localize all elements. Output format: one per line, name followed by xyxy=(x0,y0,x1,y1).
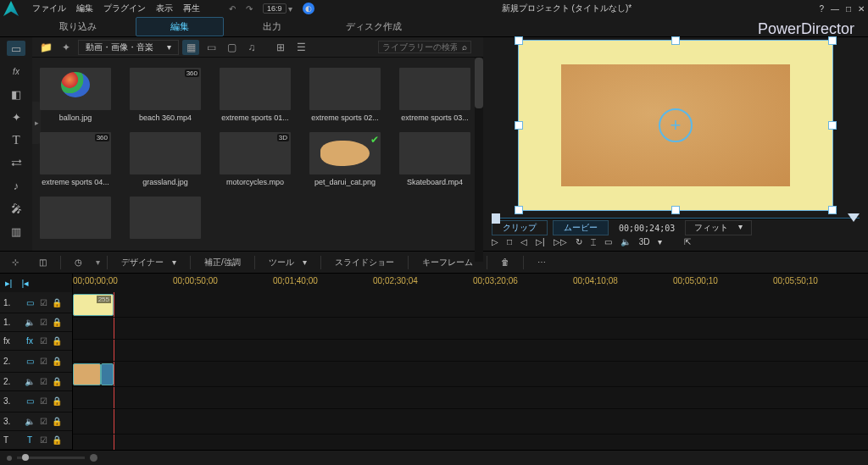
center-anchor-icon[interactable]: + xyxy=(659,108,693,142)
thumb-image[interactable] xyxy=(130,197,201,239)
filter-audio-icon[interactable]: ♫ xyxy=(243,40,260,55)
thumb-image[interactable] xyxy=(309,68,381,110)
resize-handle[interactable] xyxy=(828,206,837,214)
split-icon[interactable]: ⊹ xyxy=(5,256,25,268)
snapshot-icon[interactable]: ⌶ xyxy=(591,237,596,246)
view-grid-icon[interactable]: ⊞ xyxy=(272,40,289,55)
resize-handle[interactable] xyxy=(671,206,680,214)
track-header-fx[interactable]: fxfx☑🔒 xyxy=(0,332,72,351)
resize-handle[interactable] xyxy=(828,36,837,45)
maximize-icon[interactable]: □ xyxy=(846,4,851,14)
zoom-in-icon[interactable] xyxy=(90,454,97,462)
timeline-clip[interactable]: 255 xyxy=(73,294,114,316)
track-visible-icon[interactable]: ☑ xyxy=(37,396,49,406)
media-thumb[interactable] xyxy=(36,197,115,242)
track-area[interactable]: 255 xyxy=(73,292,868,450)
track-header-video[interactable]: 3.▭☑🔒 xyxy=(0,391,72,412)
track-lock-icon[interactable]: 🔒 xyxy=(51,396,63,406)
particle-room-icon[interactable]: ✦ xyxy=(7,109,25,125)
thumb-image[interactable]: 3D xyxy=(220,132,291,174)
minimize-icon[interactable]: — xyxy=(831,4,839,14)
seek-start-handle[interactable] xyxy=(492,213,500,224)
resize-handle[interactable] xyxy=(515,121,523,130)
thumb-image[interactable] xyxy=(40,68,111,110)
ruler-collapse-icon[interactable]: ▸| xyxy=(0,278,17,289)
preview-tab-movie[interactable]: ムービー xyxy=(553,220,609,235)
transition-room-icon[interactable]: ⮂ xyxy=(7,155,25,170)
timecode-display[interactable]: 00;00;24;03 xyxy=(614,223,680,234)
menu-plugin[interactable]: プラグイン xyxy=(103,3,146,14)
help-icon[interactable]: ? xyxy=(819,4,824,14)
media-thumb[interactable]: ballon.jpg xyxy=(36,68,115,122)
track-lock-icon[interactable]: 🔒 xyxy=(51,298,63,307)
fast-forward-icon[interactable]: ▷▷ xyxy=(554,237,567,246)
track-visible-icon[interactable]: ☑ xyxy=(37,357,49,366)
puzzle-icon[interactable]: ✦ xyxy=(58,40,75,55)
resize-handle[interactable] xyxy=(671,36,680,45)
media-filter-dropdown[interactable]: 動画・画像・音楽▾ xyxy=(78,40,179,55)
thumb-image[interactable]: 360 xyxy=(130,68,201,110)
track-lane[interactable] xyxy=(73,362,868,387)
media-thumb[interactable]: ✔pet_darui_cat.png xyxy=(305,132,385,186)
cloud-icon[interactable]: ◐ xyxy=(303,3,314,14)
more-icon[interactable]: ⋯ xyxy=(531,256,553,268)
search-icon[interactable]: ⌕ xyxy=(462,42,467,52)
zoom-slider[interactable] xyxy=(17,457,85,459)
resize-handle[interactable] xyxy=(828,121,837,130)
track-lane[interactable] xyxy=(73,435,868,450)
volume-icon[interactable]: 🔈 xyxy=(620,237,631,246)
import-media-icon[interactable]: 📁 xyxy=(37,40,54,55)
voice-room-icon[interactable]: 🎤︎ xyxy=(7,201,25,216)
audio-room-icon[interactable]: ♪ xyxy=(7,178,25,193)
title-room-icon[interactable]: T xyxy=(7,132,25,147)
menu-view[interactable]: 表示 xyxy=(156,3,173,14)
trash-icon[interactable]: 🗑 xyxy=(494,256,516,268)
media-thumb[interactable]: extreme sports 03... xyxy=(395,68,475,122)
track-visible-icon[interactable]: ☑ xyxy=(37,435,49,445)
tab-import[interactable]: 取り込み xyxy=(34,19,122,35)
track-header-audio[interactable]: 1.🔈☑🔒 xyxy=(0,313,72,332)
thumb-image[interactable]: 360 xyxy=(40,132,111,174)
3d-toggle[interactable]: 3D xyxy=(639,237,650,246)
track-visible-icon[interactable]: ☑ xyxy=(37,298,49,307)
media-thumb[interactable]: 3Dmotorcycles.mpo xyxy=(215,132,295,186)
track-lane[interactable] xyxy=(73,340,868,362)
tab-output[interactable]: 出力 xyxy=(237,19,307,35)
track-header-audio[interactable]: 3.🔈☑🔒 xyxy=(0,412,72,431)
media-thumb[interactable]: extreme sports 01... xyxy=(215,68,295,122)
prev-frame-icon[interactable]: ◁ xyxy=(520,237,527,246)
preview-canvas[interactable]: + xyxy=(519,41,832,210)
track-lock-icon[interactable]: 🔒 xyxy=(51,377,63,386)
track-visible-icon[interactable]: ☑ xyxy=(37,336,49,346)
track-header-audio[interactable]: 2.🔈☑🔒 xyxy=(0,373,72,391)
seek-end-handle[interactable] xyxy=(848,213,860,222)
filter-all-icon[interactable]: ▦ xyxy=(182,40,199,55)
zoom-fit-dropdown[interactable]: フィット▾ xyxy=(685,220,752,235)
aspect-ratio-dropdown[interactable]: 16:9 xyxy=(263,3,287,14)
undock-icon[interactable]: ⇱ xyxy=(684,237,691,246)
track-visible-icon[interactable]: ☑ xyxy=(37,417,49,426)
tab-disc[interactable]: ディスク作成 xyxy=(320,19,427,35)
thumb-image[interactable] xyxy=(220,68,291,110)
track-lock-icon[interactable]: 🔒 xyxy=(51,318,63,327)
zoom-out-icon[interactable] xyxy=(7,456,12,461)
track-visible-icon[interactable]: ☑ xyxy=(37,377,49,386)
render-preview-icon[interactable]: ▭ xyxy=(604,237,612,246)
library-search[interactable]: ⌕ xyxy=(378,41,471,53)
resize-handle[interactable] xyxy=(515,36,523,45)
track-lock-icon[interactable]: 🔒 xyxy=(51,336,63,346)
filter-video-icon[interactable]: ▭ xyxy=(203,40,220,55)
time-ruler[interactable]: 00;00;00;0000;00;50;0000;01;40;0000;02;3… xyxy=(73,274,868,292)
thumb-image[interactable] xyxy=(40,197,111,239)
track-header-video[interactable]: 1.▭☑🔒 xyxy=(0,292,72,313)
ruler-expand-icon[interactable]: |◂ xyxy=(17,278,34,289)
track-header-title[interactable]: TT☑🔒 xyxy=(0,431,72,450)
thumb-image[interactable] xyxy=(399,68,470,110)
next-frame-icon[interactable]: ▷| xyxy=(536,237,545,246)
track-lane[interactable] xyxy=(73,318,868,340)
media-thumb[interactable]: 360extreme sports 04... xyxy=(36,132,115,186)
play-icon[interactable]: ▷ xyxy=(492,237,498,246)
resize-handle[interactable] xyxy=(515,206,523,214)
media-thumb[interactable] xyxy=(125,197,205,242)
track-lock-icon[interactable]: 🔒 xyxy=(51,435,63,445)
